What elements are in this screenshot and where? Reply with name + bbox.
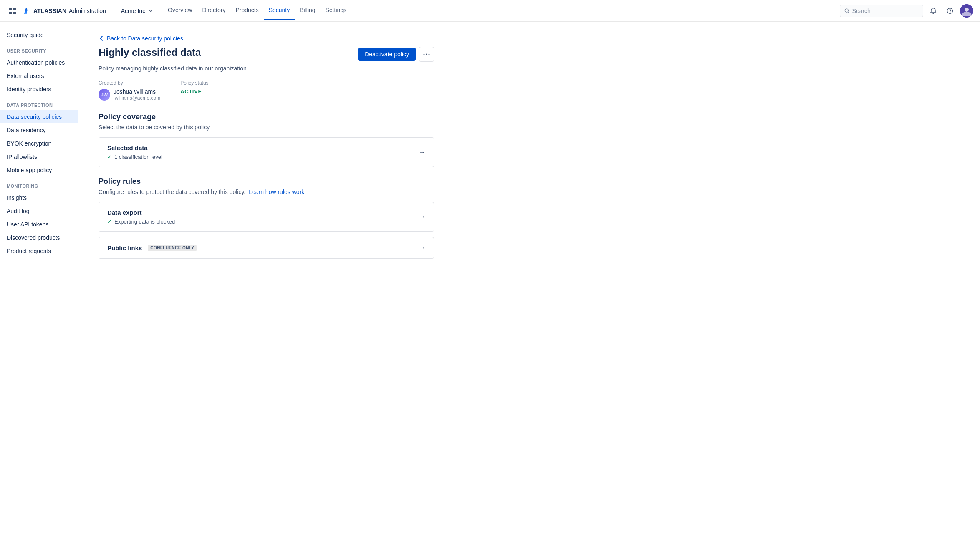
logo-text: ATLASSIAN [33, 8, 66, 14]
nav-directory[interactable]: Directory [197, 1, 230, 20]
sidebar-item-byok-encryption[interactable]: BYOK encryption [0, 137, 78, 150]
avatar[interactable] [960, 4, 973, 18]
search-icon [844, 8, 850, 14]
help-icon [947, 8, 953, 14]
data-export-content: Data export ✓ Exporting data is blocked [107, 209, 175, 225]
data-export-card[interactable]: Data export ✓ Exporting data is blocked … [99, 202, 434, 232]
selected-data-subtitle-text: 1 classification level [114, 154, 162, 160]
nav-right [840, 4, 973, 18]
coverage-desc: Select the data to be covered by this po… [99, 124, 434, 131]
svg-point-9 [424, 54, 425, 55]
sidebar-section-data-protection: DATA PROTECTION [0, 96, 78, 110]
created-by-label: Created by [99, 80, 160, 86]
search-box[interactable] [840, 5, 923, 17]
selected-data-card[interactable]: Selected data ✓ 1 classification level → [99, 137, 434, 167]
admin-label: Administration [69, 8, 106, 14]
learn-rules-link[interactable]: Learn how rules work [249, 189, 304, 195]
sidebar-item-authentication-policies[interactable]: Authentication policies [0, 56, 78, 69]
nav-settings[interactable]: Settings [321, 1, 352, 20]
public-links-card[interactable]: Public links CONFLUENCE ONLY → [99, 237, 434, 259]
bell-icon [930, 8, 937, 14]
selected-data-content: Selected data ✓ 1 classification level [107, 144, 162, 160]
public-links-arrow-icon: → [419, 244, 425, 251]
header-actions: Deactivate policy [358, 47, 434, 62]
svg-rect-0 [9, 8, 12, 10]
nav-overview[interactable]: Overview [163, 1, 197, 20]
ellipsis-icon [423, 53, 430, 55]
sidebar: Security guide USER SECURITY Authenticat… [0, 22, 78, 553]
coverage-title: Policy coverage [99, 113, 434, 121]
nav-products[interactable]: Products [230, 1, 263, 20]
svg-point-11 [429, 54, 430, 55]
sidebar-item-product-requests[interactable]: Product requests [0, 244, 78, 258]
sidebar-item-audit-log[interactable]: Audit log [0, 204, 78, 218]
svg-point-5 [947, 8, 953, 13]
created-by-block: Created by JW Joshua Williams jwilliams@… [99, 80, 160, 101]
checkmark-export-icon: ✓ [107, 219, 112, 225]
nav-links: Overview Directory Products Security Bil… [163, 1, 351, 20]
avatar-image [960, 4, 973, 18]
nav-billing[interactable]: Billing [295, 1, 320, 20]
main-content: Back to Data security policies Highly cl… [78, 22, 454, 553]
status-badge: ACTIVE [180, 88, 208, 95]
sidebar-item-user-api-tokens[interactable]: User API tokens [0, 218, 78, 231]
selected-data-subtitle: ✓ 1 classification level [107, 154, 162, 160]
page-title: Highly classified data [99, 47, 201, 58]
arrow-left-icon [99, 35, 104, 41]
rules-desc-text: Configure rules to protect the data cove… [99, 189, 245, 195]
main-layout: Security guide USER SECURITY Authenticat… [0, 22, 980, 553]
public-links-title: Public links [107, 244, 142, 251]
atlassian-logo-icon [22, 6, 31, 15]
page-description: Policy managing highly classified data i… [99, 65, 434, 72]
card-arrow-icon: → [419, 148, 425, 156]
data-export-subtitle-text: Exporting data is blocked [114, 219, 175, 225]
sidebar-item-identity-providers[interactable]: Identity providers [0, 83, 78, 96]
sidebar-item-insights[interactable]: Insights [0, 191, 78, 204]
help-button[interactable] [943, 4, 957, 18]
svg-point-6 [950, 12, 950, 12]
rules-desc: Configure rules to protect the data cove… [99, 189, 434, 195]
selected-data-title: Selected data [107, 144, 162, 151]
notifications-button[interactable] [927, 4, 940, 18]
sidebar-item-discovered-products[interactable]: Discovered products [0, 231, 78, 244]
sidebar-item-data-security-policies[interactable]: Data security policies [0, 110, 78, 123]
back-link-text: Back to Data security policies [107, 35, 183, 42]
sidebar-item-mobile-app-policy[interactable]: Mobile app policy [0, 163, 78, 177]
meta-row: Created by JW Joshua Williams jwilliams@… [99, 80, 434, 101]
svg-rect-1 [13, 8, 16, 10]
meta-user: JW Joshua Williams jwilliams@acme.com [99, 88, 160, 101]
top-nav: ATLASSIAN Administration Acme Inc. Overv… [0, 0, 980, 22]
sidebar-item-security-guide[interactable]: Security guide [0, 28, 78, 42]
sidebar-item-ip-allowlists[interactable]: IP allowlists [0, 150, 78, 163]
checkmark-icon: ✓ [107, 154, 112, 160]
deactivate-policy-button[interactable]: Deactivate policy [358, 48, 416, 61]
org-selector[interactable]: Acme Inc. [118, 6, 156, 16]
meta-user-email: jwilliams@acme.com [114, 95, 160, 101]
meta-avatar: JW [99, 89, 110, 101]
data-export-arrow-icon: → [419, 213, 425, 221]
grid-icon[interactable] [7, 5, 18, 17]
sidebar-section-monitoring: MONITORING [0, 177, 78, 191]
svg-point-10 [426, 54, 427, 55]
sidebar-item-external-users[interactable]: External users [0, 69, 78, 83]
data-export-subtitle: ✓ Exporting data is blocked [107, 219, 175, 225]
confluence-only-badge: CONFLUENCE ONLY [148, 245, 197, 251]
sidebar-section-user-security: USER SECURITY [0, 42, 78, 56]
nav-security[interactable]: Security [264, 1, 295, 20]
meta-user-info: Joshua Williams jwilliams@acme.com [114, 88, 160, 101]
more-options-button[interactable] [419, 47, 434, 62]
policy-status-label: Policy status [180, 80, 208, 86]
logo: ATLASSIAN Administration [22, 6, 111, 15]
svg-point-8 [965, 8, 969, 12]
page-header: Highly classified data Deactivate policy [99, 47, 434, 62]
rules-title: Policy rules [99, 177, 434, 186]
back-link[interactable]: Back to Data security policies [99, 35, 434, 42]
meta-avatar-inner: JW [99, 89, 110, 101]
svg-rect-3 [13, 12, 16, 14]
meta-user-name: Joshua Williams [114, 88, 160, 95]
sidebar-item-data-residency[interactable]: Data residency [0, 123, 78, 137]
public-links-content: Public links CONFLUENCE ONLY [107, 244, 197, 251]
org-name: Acme Inc. [121, 8, 147, 14]
search-input[interactable] [852, 8, 919, 14]
policy-status-block: Policy status ACTIVE [180, 80, 208, 95]
